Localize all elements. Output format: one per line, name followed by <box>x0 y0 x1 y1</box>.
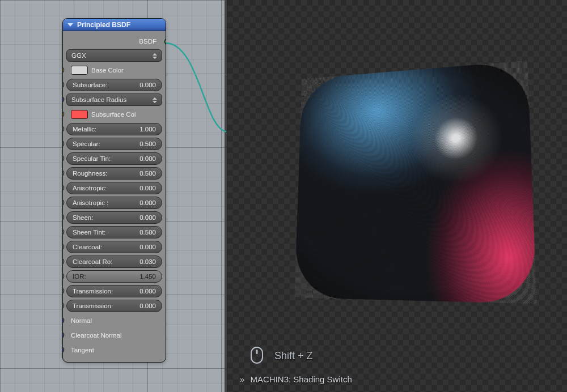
status-line: » MACHIN3: Shading Switch <box>240 374 352 384</box>
output-label: BSDF <box>139 38 156 45</box>
normal-input-row[interactable]: Normal <box>66 314 162 327</box>
transmission-row[interactable]: Transmission: 0.000 <box>66 285 162 297</box>
chevron-right-icon: » <box>240 374 246 384</box>
subsurface-radius-dropdown[interactable]: Subsurface Radius <box>66 93 162 106</box>
specular-socket[interactable] <box>62 140 64 147</box>
subsurface-color-row[interactable]: Subsurface Col <box>66 108 162 121</box>
clearcoat-socket[interactable] <box>62 243 64 250</box>
distribution-dropdown-row[interactable]: GGX <box>66 49 162 62</box>
clearcoat-roughness-row[interactable]: Clearcoat Ro: 0.030 <box>66 255 162 268</box>
sheen-tint-field[interactable]: Sheen Tint: 0.500 <box>66 226 162 238</box>
base-color-label: Base Color <box>91 67 124 74</box>
base-color-swatch[interactable] <box>71 66 88 75</box>
subsurface-radius-label: Subsurface Radius <box>71 96 126 103</box>
sheen-socket[interactable] <box>62 214 64 221</box>
node-body: BSDF GGX Base Color Subsurface: 0.000 <box>63 31 166 362</box>
subsurface-color-label: Subsurface Col <box>91 111 136 118</box>
subsurface-color-socket[interactable] <box>62 110 64 118</box>
anisotropic-row[interactable]: Anisotropic: 0.000 <box>66 182 162 194</box>
subsurface-row[interactable]: Subsurface: 0.000 <box>66 79 162 91</box>
render-noise-overlay <box>294 61 536 304</box>
transmission-roughness-field[interactable]: Transmission: 0.000 <box>66 300 162 312</box>
clearcoat-roughness-field[interactable]: Clearcoat Ro: 0.030 <box>66 255 162 268</box>
roughness-field[interactable]: Roughness: 0.500 <box>66 167 162 180</box>
normal-socket[interactable] <box>62 317 64 324</box>
subsurface-field[interactable]: Subsurface: 0.000 <box>66 79 162 91</box>
transmission-roughness-socket[interactable] <box>62 302 64 309</box>
tangent-label: Tangent <box>71 347 94 353</box>
shortcut-hint: Shift + Z <box>250 346 313 367</box>
sheen-tint-row[interactable]: Sheen Tint: 0.500 <box>66 226 162 238</box>
node-editor-pane[interactable]: Principled BSDF BSDF GGX Base Color <box>0 0 227 392</box>
transmission-roughness-row[interactable]: Transmission: 0.000 <box>66 300 162 312</box>
tangent-socket[interactable] <box>62 346 64 353</box>
mouse-icon <box>250 346 264 367</box>
clearcoat-normal-label: Clearcoat Normal <box>71 332 121 339</box>
svg-rect-8 <box>256 350 258 354</box>
collapse-icon[interactable] <box>67 23 73 27</box>
base-color-row[interactable]: Base Color <box>66 64 162 76</box>
node-header[interactable]: Principled BSDF <box>63 19 166 31</box>
specular-tint-row[interactable]: Specular Tin: 0.000 <box>66 152 162 165</box>
distribution-value: GGX <box>71 52 86 59</box>
clearcoat-normal-input-row[interactable]: Clearcoat Normal <box>66 329 162 342</box>
metallic-row[interactable]: Metallic: 1.000 <box>66 123 162 135</box>
anisotropic-socket[interactable] <box>62 184 64 191</box>
viewport-pane[interactable]: Shift + Z » MACHIN3: Shading Switch <box>227 0 567 392</box>
rendered-cube <box>294 61 536 304</box>
output-bsdf-row: BSDF <box>66 36 162 47</box>
sheen-field[interactable]: Sheen: 0.000 <box>66 211 162 224</box>
subsurface-radius-row[interactable]: Subsurface Radius <box>66 93 162 106</box>
specular-row[interactable]: Specular: 0.500 <box>66 138 162 150</box>
base-color-socket[interactable] <box>62 66 64 74</box>
ior-row[interactable]: IOR: 1.450 <box>66 270 162 283</box>
sheen-tint-socket[interactable] <box>62 228 64 236</box>
ior-field[interactable]: IOR: 1.450 <box>66 270 162 283</box>
shortcut-text: Shift + Z <box>274 350 313 361</box>
ior-socket[interactable] <box>62 272 64 280</box>
specular-field[interactable]: Specular: 0.500 <box>66 138 162 150</box>
sheen-row[interactable]: Sheen: 0.000 <box>66 211 162 224</box>
anisotropic-rotation-socket[interactable] <box>62 199 64 206</box>
subsurface-socket[interactable] <box>62 81 64 88</box>
transmission-socket[interactable] <box>62 287 64 295</box>
roughness-socket[interactable] <box>62 169 64 177</box>
tangent-input-row[interactable]: Tangent <box>66 344 162 356</box>
roughness-row[interactable]: Roughness: 0.500 <box>66 167 162 180</box>
anisotropic-rotation-row[interactable]: Anisotropic : 0.000 <box>66 197 162 209</box>
node-title: Principled BSDF <box>77 21 130 29</box>
distribution-dropdown[interactable]: GGX <box>66 49 162 62</box>
clearcoat-normal-socket[interactable] <box>62 331 64 339</box>
anisotropic-field[interactable]: Anisotropic: 0.000 <box>66 182 162 194</box>
normal-label: Normal <box>71 317 92 324</box>
anisotropic-rotation-field[interactable]: Anisotropic : 0.000 <box>66 197 162 209</box>
metallic-field[interactable]: Metallic: 1.000 <box>66 123 162 135</box>
metallic-socket[interactable] <box>62 125 64 133</box>
specular-tint-field[interactable]: Specular Tin: 0.000 <box>66 152 162 165</box>
subsurface-radius-socket[interactable] <box>62 96 64 103</box>
output-socket[interactable] <box>164 38 166 45</box>
subsurface-color-swatch[interactable] <box>71 110 88 119</box>
principled-bsdf-node[interactable]: Principled BSDF BSDF GGX Base Color <box>62 18 166 363</box>
transmission-field[interactable]: Transmission: 0.000 <box>66 285 162 297</box>
status-text: MACHIN3: Shading Switch <box>251 374 352 384</box>
clearcoat-roughness-socket[interactable] <box>62 258 64 265</box>
clearcoat-field[interactable]: Clearcoat: 0.000 <box>66 241 162 253</box>
dropdown-arrows-icon <box>153 95 158 105</box>
node-connection-curve <box>164 42 228 134</box>
clearcoat-row[interactable]: Clearcoat: 0.000 <box>66 241 162 253</box>
dropdown-arrows-icon <box>153 51 158 61</box>
specular-tint-socket[interactable] <box>62 155 64 162</box>
